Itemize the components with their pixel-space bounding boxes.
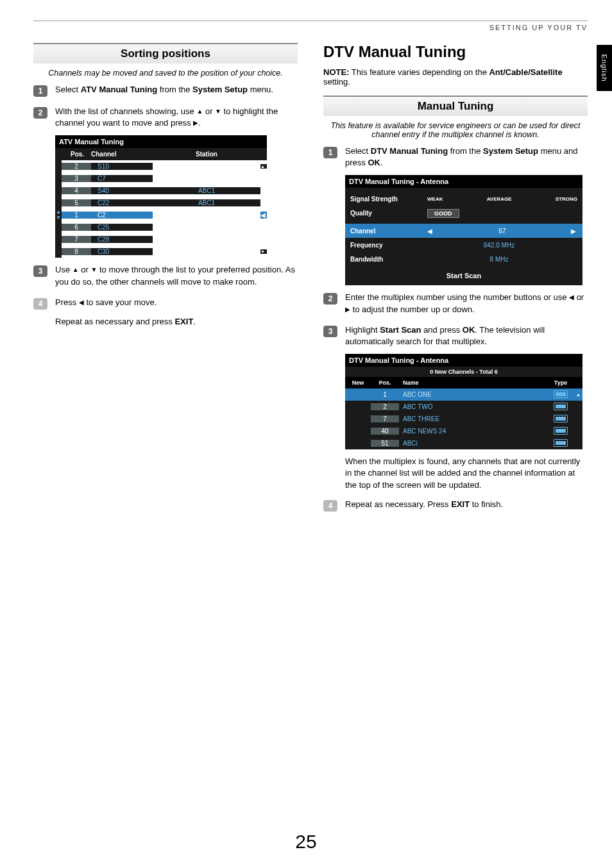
tv-type-icon bbox=[554, 390, 568, 398]
left-icon: ◀ bbox=[427, 228, 434, 235]
step-text: With the list of channels showing, use ▲… bbox=[55, 106, 298, 129]
left-icon: ◀ bbox=[79, 299, 84, 306]
sort-handle-icon: ▲▼ bbox=[55, 209, 62, 221]
language-tab: English bbox=[597, 45, 612, 91]
up-icon: ▲ bbox=[196, 108, 203, 115]
quality-badge: GOOD bbox=[427, 209, 459, 218]
tv-type-icon bbox=[554, 415, 568, 422]
down-icon: ▼ bbox=[215, 108, 221, 115]
step-badge-2: 2 bbox=[323, 293, 337, 305]
osd-dtv-results: DTV Manual Tuning - Antenna 0 New Channe… bbox=[345, 354, 582, 449]
right-icon: ▶ bbox=[345, 306, 350, 313]
page-number: 25 bbox=[0, 831, 612, 853]
up-icon: ▲ bbox=[72, 266, 79, 273]
osd-atv-tuning: ATV Manual Tuning Pos. Channel Station 2… bbox=[55, 135, 267, 258]
step-badge-4: 4 bbox=[323, 500, 337, 512]
step-badge-4: 4 bbox=[33, 298, 47, 310]
intro-text: Channels may be moved and saved to the p… bbox=[33, 69, 298, 84]
note-text: NOTE: This feature varies depending on t… bbox=[323, 67, 588, 87]
step-text: Enter the multiplex number using the num… bbox=[345, 292, 588, 315]
page-header: SETTING UP YOUR TV bbox=[33, 24, 588, 31]
section-heading-manual-tuning: Manual Tuning bbox=[323, 96, 588, 116]
step-badge-2: 2 bbox=[33, 107, 47, 119]
section-heading-sorting: Sorting positions bbox=[33, 43, 298, 63]
step-badge-1: 1 bbox=[323, 147, 337, 158]
intro-text: This feature is available for service en… bbox=[323, 121, 588, 146]
left-icon: ◀ bbox=[569, 294, 574, 301]
tv-type-icon bbox=[554, 427, 568, 435]
step-badge-3: 3 bbox=[33, 265, 47, 277]
main-heading: DTV Manual Tuning bbox=[323, 43, 588, 61]
step-text: Highlight Start Scan and press OK. The t… bbox=[345, 324, 588, 347]
step-text: Select DTV Manual Tuning from the System… bbox=[345, 146, 588, 169]
step-badge-3: 3 bbox=[323, 326, 337, 337]
left-icon: ◀ bbox=[260, 212, 267, 219]
step-badge-1: 1 bbox=[33, 85, 47, 97]
osd-dtv-tuning: DTV Manual Tuning - Antenna Signal Stren… bbox=[345, 175, 582, 285]
step-text: Press ◀ to save your move. Repeat as nec… bbox=[55, 297, 298, 328]
down-icon: ▼ bbox=[90, 266, 97, 273]
step-text: Select ATV Manual Tuning from the System… bbox=[55, 84, 298, 96]
tv-type-icon bbox=[554, 439, 568, 447]
step-text: Repeat as necessary. Press EXIT to finis… bbox=[345, 499, 588, 510]
tv-type-icon bbox=[554, 403, 568, 410]
right-icon: ▶ bbox=[571, 228, 577, 235]
found-text: When the multiplex is found, any channel… bbox=[345, 456, 588, 491]
start-scan-button: Start Scan bbox=[350, 270, 577, 281]
step-text: Use ▲ or ▼ to move through the list to y… bbox=[55, 264, 298, 287]
